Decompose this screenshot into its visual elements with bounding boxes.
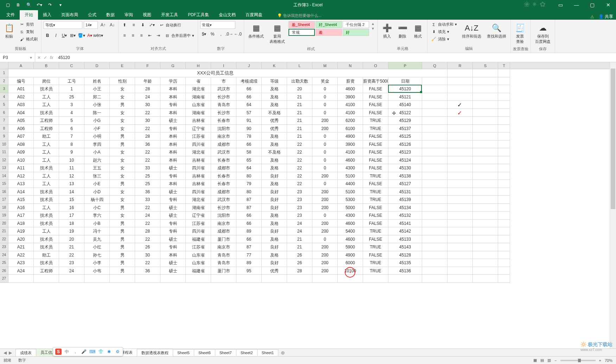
data-cell[interactable]	[498, 235, 510, 243]
data-cell[interactable]: 优秀	[262, 125, 287, 133]
font-size-select[interactable]: 14 ▾	[84, 21, 98, 29]
cell[interactable]	[498, 69, 510, 77]
data-cell[interactable]: 23	[287, 212, 312, 220]
data-cell[interactable]: 45120	[388, 85, 422, 93]
data-cell[interactable]	[473, 227, 498, 235]
data-cell[interactable]	[422, 235, 447, 243]
cell[interactable]	[473, 69, 498, 77]
data-cell[interactable]: 厦门市	[211, 267, 236, 275]
data-cell[interactable]	[447, 204, 473, 212]
row-header-3[interactable]: 3	[0, 85, 8, 93]
data-cell[interactable]: 技术员	[34, 85, 59, 93]
data-cell[interactable]: 女	[110, 117, 135, 125]
row-header-6[interactable]: 6	[0, 109, 8, 117]
data-cell[interactable]: 不及格	[262, 148, 287, 156]
data-cell[interactable]: 工人	[34, 180, 59, 188]
data-cell[interactable]: 45141	[388, 220, 422, 228]
data-cell[interactable]: 硕士	[160, 188, 186, 196]
qat-save-icon[interactable]: ▢	[3, 1, 13, 9]
col-header-B[interactable]: B	[34, 62, 59, 69]
col-header-T[interactable]: T	[498, 62, 510, 69]
data-cell[interactable]: 本科	[160, 132, 186, 141]
sort-filter-button[interactable]: A↓Z排序和筛选	[460, 21, 483, 40]
ime-lang-toggle[interactable]: 中	[64, 349, 70, 355]
data-cell[interactable]: 技术员	[34, 220, 59, 228]
data-cell[interactable]: 23	[287, 196, 312, 204]
cell[interactable]	[211, 275, 236, 283]
data-cell[interactable]: 36	[135, 141, 160, 149]
data-cell[interactable]: 22	[135, 235, 160, 243]
col-header-O[interactable]: O	[363, 62, 388, 69]
data-cell[interactable]: FALSE	[363, 93, 388, 101]
data-cell[interactable]	[422, 85, 447, 93]
tab-baidu[interactable]: 百度网盘	[241, 10, 267, 20]
data-cell[interactable]: 本科	[160, 141, 186, 149]
data-cell[interactable]: 优秀	[262, 117, 287, 125]
data-cell[interactable]: 26	[287, 259, 312, 267]
data-cell[interactable]: FALSE	[363, 235, 388, 243]
data-cell[interactable]: 女	[110, 93, 135, 101]
data-cell[interactable]: 14	[59, 188, 84, 196]
invoice-check-button[interactable]: 🧾发票 查验	[513, 21, 527, 46]
clear-button[interactable]: 🧹清除▾	[430, 36, 458, 43]
data-cell[interactable]: 45126	[388, 141, 422, 149]
data-cell[interactable]: 硕士	[160, 204, 186, 212]
sheet-nav-last-icon[interactable]: ▶	[9, 350, 12, 355]
data-cell[interactable]: 23	[287, 204, 312, 212]
zoom-level[interactable]: 70%	[605, 358, 612, 363]
data-cell[interactable]: TRUE	[363, 125, 388, 133]
data-cell[interactable]	[473, 101, 498, 109]
data-cell[interactable]: 及格	[262, 132, 287, 141]
data-cell[interactable]	[473, 164, 498, 172]
data-cell[interactable]: 本科	[160, 251, 186, 259]
data-cell[interactable]: 200	[312, 172, 338, 180]
data-cell[interactable]: 5400	[338, 227, 363, 235]
tab-review[interactable]: 审阅	[120, 10, 138, 20]
data-cell[interactable]: 男	[110, 267, 135, 275]
tab-developer[interactable]: 开发工具	[156, 10, 183, 20]
data-cell[interactable]: 小B	[84, 220, 110, 228]
data-cell[interactable]: 4900	[338, 132, 363, 141]
data-cell[interactable]: A22	[8, 251, 34, 259]
header-cell[interactable]: 岗位	[34, 77, 59, 85]
data-cell[interactable]: 不及格	[262, 109, 287, 117]
data-cell[interactable]: 工人	[34, 93, 59, 101]
data-cell[interactable]: 男	[110, 220, 135, 228]
data-cell[interactable]: 山东省	[186, 259, 211, 267]
data-cell[interactable]: 女	[110, 148, 135, 156]
data-cell[interactable]	[447, 164, 473, 172]
data-cell[interactable]	[447, 93, 473, 101]
qat-preview-icon[interactable]: 🔍	[24, 1, 34, 9]
data-cell[interactable]: 28	[135, 227, 160, 235]
data-cell[interactable]	[473, 212, 498, 220]
data-cell[interactable]: 22	[135, 125, 160, 133]
data-cell[interactable]: 福建省	[186, 235, 211, 243]
data-cell[interactable]	[498, 243, 510, 251]
data-cell[interactable]: 45128	[388, 251, 422, 259]
data-cell[interactable]: 男	[110, 235, 135, 243]
col-header-C[interactable]: C	[59, 62, 84, 69]
data-cell[interactable]: 山东省	[186, 101, 211, 109]
col-header-K[interactable]: K	[262, 62, 287, 69]
data-cell[interactable]: A18	[8, 220, 34, 228]
data-cell[interactable]: 57	[236, 109, 262, 117]
data-cell[interactable]: A14	[8, 188, 34, 196]
data-cell[interactable]: 95	[236, 267, 262, 275]
cell[interactable]	[59, 275, 84, 283]
data-cell[interactable]: 200	[312, 267, 338, 275]
data-cell[interactable]: 22	[287, 164, 312, 172]
data-cell[interactable]: 技术员	[34, 235, 59, 243]
data-cell[interactable]	[498, 117, 510, 125]
data-cell[interactable]	[422, 196, 447, 204]
data-cell[interactable]	[447, 132, 473, 141]
data-cell[interactable]: 辽宁省	[186, 125, 211, 133]
data-cell[interactable]: 工人	[34, 148, 59, 156]
maximize-icon[interactable]: ▢	[584, 0, 600, 10]
data-cell[interactable]: 45132	[388, 212, 422, 220]
data-cell[interactable]: 冯十	[84, 227, 110, 235]
data-cell[interactable]: 45138	[388, 172, 422, 180]
data-cell[interactable]: 45125	[388, 132, 422, 141]
style-bad[interactable]: 差	[316, 29, 342, 36]
data-cell[interactable]: 66	[236, 212, 262, 220]
data-cell[interactable]: FALSE	[363, 212, 388, 220]
